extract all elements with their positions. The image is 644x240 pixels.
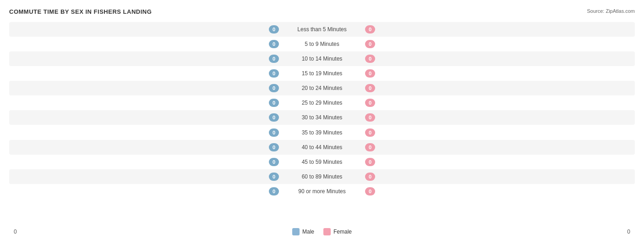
female-value-badge: 0	[365, 25, 375, 33]
row-label: Less than 5 Minutes	[281, 26, 363, 33]
legend-male-box	[292, 228, 300, 235]
right-section: 0	[363, 158, 635, 166]
female-value-badge: 0	[365, 187, 375, 195]
female-value-badge: 0	[365, 158, 375, 166]
left-section: 0	[9, 55, 281, 63]
legend: Male Female	[292, 228, 352, 235]
right-section: 0	[363, 40, 635, 48]
male-value-badge: 0	[269, 113, 279, 122]
female-value-badge: 0	[365, 173, 375, 181]
right-section: 0	[363, 84, 635, 92]
right-section: 0	[363, 113, 635, 122]
row-label: 40 to 44 Minutes	[281, 144, 363, 151]
row-label: 15 to 19 Minutes	[281, 70, 363, 77]
left-section: 0	[9, 128, 281, 137]
female-value-badge: 0	[365, 128, 375, 137]
left-section: 0	[9, 113, 281, 122]
male-value-badge: 0	[269, 84, 279, 92]
row-label: 90 or more Minutes	[281, 188, 363, 195]
row-label: 30 to 34 Minutes	[281, 114, 363, 121]
left-section: 0	[9, 158, 281, 166]
bar-row: 0 10 to 14 Minutes 0	[9, 51, 635, 66]
male-value-badge: 0	[269, 40, 279, 48]
left-section: 0	[9, 187, 281, 195]
bar-row: 0 5 to 9 Minutes 0	[9, 37, 635, 51]
bar-row: 0 90 or more Minutes 0	[9, 184, 635, 199]
axis-left-label: 0	[14, 229, 17, 235]
female-value-badge: 0	[365, 55, 375, 63]
male-value-badge: 0	[269, 187, 279, 195]
right-section: 0	[363, 128, 635, 137]
left-section: 0	[9, 25, 281, 33]
female-value-badge: 0	[365, 69, 375, 78]
row-label: 10 to 14 Minutes	[281, 56, 363, 62]
male-value-badge: 0	[269, 143, 279, 151]
bar-row: 0 40 to 44 Minutes 0	[9, 140, 635, 155]
row-label: 60 to 89 Minutes	[281, 173, 363, 180]
male-value-badge: 0	[269, 55, 279, 63]
bar-row: 0 30 to 34 Minutes 0	[9, 110, 635, 125]
male-value-badge: 0	[269, 25, 279, 33]
legend-female-box	[323, 228, 331, 235]
bar-row: 0 20 to 24 Minutes 0	[9, 81, 635, 95]
row-label: 20 to 24 Minutes	[281, 85, 363, 91]
source-label: Source: ZipAtlas.com	[587, 8, 635, 14]
female-value-badge: 0	[365, 143, 375, 151]
chart-container: COMMUTE TIME BY SEX IN FISHERS LANDING S…	[0, 0, 644, 240]
right-section: 0	[363, 187, 635, 195]
male-value-badge: 0	[269, 158, 279, 166]
row-label: 25 to 29 Minutes	[281, 100, 363, 106]
bottom-area: 0 Male Female 0	[0, 228, 644, 235]
female-value-badge: 0	[365, 84, 375, 92]
right-section: 0	[363, 173, 635, 181]
right-section: 0	[363, 99, 635, 107]
legend-male: Male	[292, 228, 314, 235]
male-value-badge: 0	[269, 69, 279, 78]
bar-row: 0 45 to 59 Minutes 0	[9, 155, 635, 169]
male-value-badge: 0	[269, 99, 279, 107]
left-section: 0	[9, 69, 281, 78]
bar-row: 0 60 to 89 Minutes 0	[9, 169, 635, 184]
row-label: 5 to 9 Minutes	[281, 41, 363, 47]
male-value-badge: 0	[269, 128, 279, 137]
male-value-badge: 0	[269, 173, 279, 181]
left-section: 0	[9, 40, 281, 48]
bar-row: 0 15 to 19 Minutes 0	[9, 66, 635, 81]
left-section: 0	[9, 173, 281, 181]
chart-title: COMMUTE TIME BY SEX IN FISHERS LANDING	[9, 8, 635, 15]
left-section: 0	[9, 99, 281, 107]
row-label: 45 to 59 Minutes	[281, 159, 363, 165]
female-value-badge: 0	[365, 99, 375, 107]
female-value-badge: 0	[365, 40, 375, 48]
left-section: 0	[9, 143, 281, 151]
female-value-badge: 0	[365, 113, 375, 122]
left-section: 0	[9, 84, 281, 92]
legend-female: Female	[323, 228, 352, 235]
right-section: 0	[363, 25, 635, 33]
bar-row: 0 35 to 39 Minutes 0	[9, 125, 635, 140]
bar-row: 0 Less than 5 Minutes 0	[9, 22, 635, 37]
row-label: 35 to 39 Minutes	[281, 129, 363, 136]
right-section: 0	[363, 69, 635, 78]
legend-male-label: Male	[302, 229, 314, 235]
right-section: 0	[363, 55, 635, 63]
axis-right-label: 0	[627, 229, 630, 235]
chart-area: 0 Less than 5 Minutes 0 0 5 to 9 Minutes…	[9, 20, 635, 201]
bar-row: 0 25 to 29 Minutes 0	[9, 95, 635, 110]
right-section: 0	[363, 143, 635, 151]
legend-female-label: Female	[333, 229, 352, 235]
